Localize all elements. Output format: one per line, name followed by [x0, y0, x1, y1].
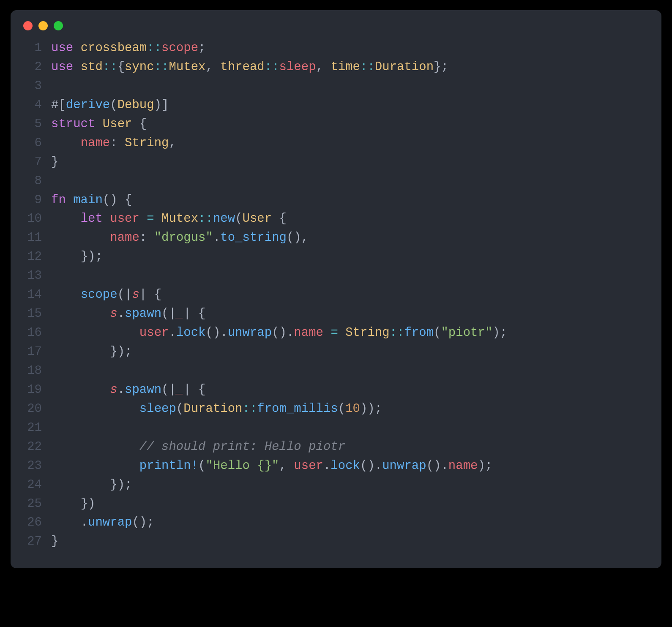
token-wht: [51, 440, 139, 454]
code-line[interactable]: 21: [18, 419, 650, 438]
token-wht: [51, 231, 110, 245]
token-pun: {: [272, 212, 287, 226]
traffic-light-zoom-icon[interactable]: [54, 21, 63, 30]
token-varit: _: [176, 307, 183, 321]
token-prop: name: [294, 326, 323, 340]
code-content[interactable]: });: [51, 343, 132, 362]
code-content[interactable]: let user = Mutex::new(User {: [51, 210, 287, 229]
code-line[interactable]: 10 let user = Mutex::new(User {: [18, 210, 650, 229]
line-number: 6: [18, 134, 51, 153]
code-content[interactable]: #[derive(Debug)]: [51, 96, 169, 115]
token-ns: Duration: [375, 60, 434, 74]
code-line[interactable]: 27}: [18, 532, 650, 551]
token-str: "Hello {}": [205, 459, 279, 473]
code-line[interactable]: 4#[derive(Debug)]: [18, 96, 650, 115]
code-line[interactable]: 7}: [18, 153, 650, 172]
code-content[interactable]: use crossbeam::scope;: [51, 39, 206, 58]
line-number: 13: [18, 267, 51, 286]
traffic-light-minimize-icon[interactable]: [38, 21, 48, 30]
token-pun: (: [110, 98, 117, 112]
token-func: from: [404, 326, 434, 340]
token-var: user: [110, 212, 139, 226]
code-line[interactable]: 20 sleep(Duration::from_millis(10));: [18, 400, 650, 419]
token-func: from_millis: [257, 402, 338, 416]
token-pun: }): [81, 497, 96, 511]
traffic-light-close-icon[interactable]: [23, 21, 33, 30]
token-pun: | {: [139, 288, 161, 302]
line-number: 2: [18, 58, 51, 77]
code-content[interactable]: name: "drogus".to_string(),: [51, 229, 309, 248]
line-number: 14: [18, 286, 51, 305]
code-content[interactable]: .unwrap();: [51, 513, 154, 532]
token-varit: _: [176, 383, 183, 397]
token-wht: [51, 383, 110, 397]
token-pun: {: [132, 117, 147, 131]
code-line[interactable]: 5struct User {: [18, 115, 650, 134]
code-content[interactable]: s.spawn(|_| {: [51, 305, 206, 324]
code-line[interactable]: 14 scope(|s| {: [18, 286, 650, 305]
token-ns: crossbeam: [81, 41, 147, 55]
code-line[interactable]: 15 s.spawn(|_| {: [18, 305, 650, 324]
code-content[interactable]: struct User {: [51, 115, 147, 134]
token-wht: [51, 326, 139, 340]
code-line[interactable]: 17 });: [18, 343, 650, 362]
line-number: 12: [18, 248, 51, 267]
token-prop: name: [81, 136, 110, 150]
code-editor[interactable]: 1use crossbeam::scope;2use std::{sync::M…: [11, 35, 661, 568]
token-pun: .: [213, 231, 220, 245]
token-ns: thread: [220, 60, 264, 74]
code-line[interactable]: 25 }): [18, 495, 650, 514]
token-kw: use: [51, 41, 81, 55]
token-wht: [51, 478, 110, 492]
token-var: sleep: [279, 60, 316, 74]
code-line[interactable]: 12 });: [18, 248, 650, 267]
line-number: 26: [18, 513, 51, 532]
code-content[interactable]: });: [51, 476, 132, 495]
token-var: user: [294, 459, 323, 473]
token-func: lock: [176, 326, 206, 340]
code-line[interactable]: 13: [18, 267, 650, 286]
code-content[interactable]: user.lock().unwrap().name = String::from…: [51, 324, 507, 343]
token-pun: });: [110, 345, 132, 359]
line-number: 5: [18, 115, 51, 134]
code-line[interactable]: 6 name: String,: [18, 134, 650, 153]
code-line[interactable]: 9fn main() {: [18, 191, 650, 210]
code-line[interactable]: 24 });: [18, 476, 650, 495]
code-line[interactable]: 22 // should print: Hello piotr: [18, 438, 650, 457]
token-func: derive: [66, 98, 110, 112]
line-number: 1: [18, 39, 51, 58]
code-content[interactable]: println!("Hello {}", user.lock().unwrap(…: [51, 457, 492, 476]
token-pun: }: [51, 534, 58, 548]
code-line[interactable]: 11 name: "drogus".to_string(),: [18, 229, 650, 248]
token-wht: [323, 326, 331, 340]
code-content[interactable]: name: String,: [51, 134, 176, 153]
code-content[interactable]: sleep(Duration::from_millis(10));: [51, 400, 382, 419]
line-number: 3: [18, 77, 51, 96]
token-pun: (|: [117, 288, 132, 302]
token-pun: );: [478, 459, 492, 473]
code-line[interactable]: 8: [18, 172, 650, 191]
token-func: unwrap: [228, 326, 272, 340]
code-line[interactable]: 3: [18, 77, 650, 96]
code-line[interactable]: 16 user.lock().unwrap().name = String::f…: [18, 324, 650, 343]
code-content[interactable]: fn main() {: [51, 191, 132, 210]
code-content[interactable]: scope(|s| {: [51, 286, 161, 305]
code-content[interactable]: s.spawn(|_| {: [51, 381, 206, 400]
code-line[interactable]: 23 println!("Hello {}", user.lock().unwr…: [18, 457, 650, 476]
code-line[interactable]: 18: [18, 362, 650, 381]
code-line[interactable]: 1use crossbeam::scope;: [18, 39, 650, 58]
code-line[interactable]: 26 .unwrap();: [18, 513, 650, 532]
code-line[interactable]: 2use std::{sync::Mutex, thread::sleep, t…: [18, 58, 650, 77]
code-content[interactable]: }: [51, 532, 58, 551]
code-content[interactable]: }: [51, 153, 58, 172]
token-wht: [51, 307, 110, 321]
code-content[interactable]: // should print: Hello piotr: [51, 438, 345, 457]
code-content[interactable]: });: [51, 248, 103, 267]
token-str: "drogus": [154, 231, 213, 245]
token-pun: ,: [316, 60, 331, 74]
code-line[interactable]: 19 s.spawn(|_| {: [18, 381, 650, 400]
code-content[interactable]: }): [51, 495, 95, 514]
line-number: 15: [18, 305, 51, 324]
code-content[interactable]: use std::{sync::Mutex, thread::sleep, ti…: [51, 58, 448, 77]
token-num: 10: [345, 402, 360, 416]
